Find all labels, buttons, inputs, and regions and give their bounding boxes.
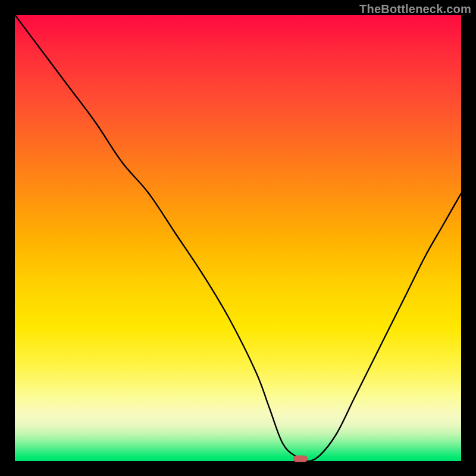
bottleneck-line bbox=[15, 15, 461, 461]
chart-container: TheBottleneck.com bbox=[0, 0, 476, 476]
plot-area bbox=[15, 15, 461, 461]
optimum-marker bbox=[293, 456, 308, 462]
watermark-text: TheBottleneck.com bbox=[359, 2, 471, 16]
